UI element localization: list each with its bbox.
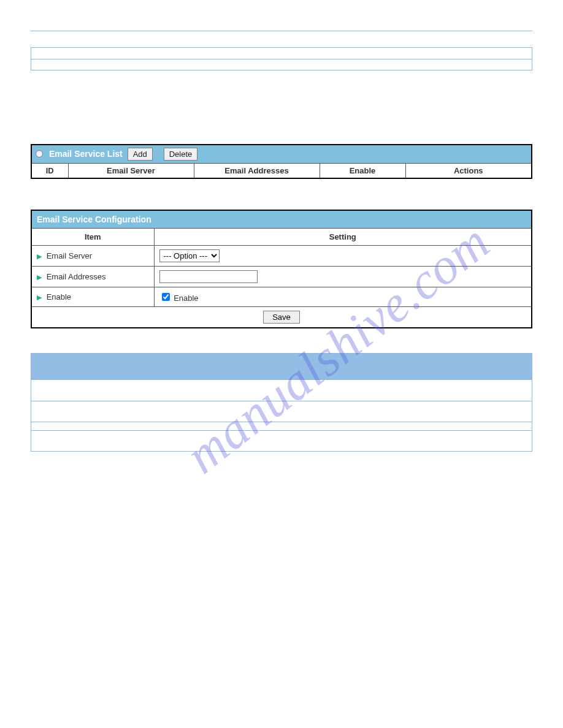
cfg-setting-head: Setting (154, 229, 532, 246)
empty-outline-box-1 (31, 47, 532, 70)
delete-button[interactable]: Delete (164, 148, 198, 161)
enable-text: Enable (174, 294, 198, 303)
cfg-item-head: Item (31, 229, 154, 246)
caret-right-icon: ▶ (37, 252, 42, 260)
cfg-header: Email Service Configuration (31, 210, 532, 229)
enable-checkbox[interactable] (162, 293, 170, 301)
col-enable: Enable (320, 164, 405, 179)
col-id: ID (31, 164, 68, 179)
email-server-select[interactable]: --- Option --- (159, 249, 220, 262)
cfg-row-enable: ▶ Enable Enable (31, 287, 532, 307)
row-label-server: Email Server (47, 251, 92, 260)
row-label-addresses: Email Addresses (47, 272, 106, 281)
add-button[interactable]: Add (128, 148, 153, 161)
cfg-row-addresses: ▶ Email Addresses (31, 267, 532, 287)
caret-right-icon: ▶ (37, 294, 42, 301)
blue-band (31, 353, 532, 380)
save-row: Save (31, 307, 532, 328)
list-columns-row: ID Email Server Email Addresses Enable A… (31, 164, 532, 179)
email-service-list-table: Email Service List Add Delete ID Email S… (31, 144, 532, 179)
radio-icon (36, 150, 43, 157)
empty-rows-box (31, 380, 532, 452)
divider-top (31, 31, 532, 31)
list-header: Email Service List Add Delete (31, 145, 532, 164)
col-actions: Actions (405, 164, 532, 179)
caret-right-icon: ▶ (37, 273, 42, 281)
save-button[interactable]: Save (263, 311, 300, 324)
cfg-title: Email Service Configuration (37, 214, 151, 224)
list-title: Email Service List (49, 149, 123, 159)
row-label-enable: Enable (47, 292, 71, 301)
col-server: Email Server (68, 164, 194, 179)
cfg-row-server: ▶ Email Server --- Option --- (31, 246, 532, 267)
email-addresses-input[interactable] (159, 270, 258, 283)
email-service-config-table: Email Service Configuration Item Setting… (31, 210, 532, 328)
col-addresses: Email Addresses (194, 164, 320, 179)
